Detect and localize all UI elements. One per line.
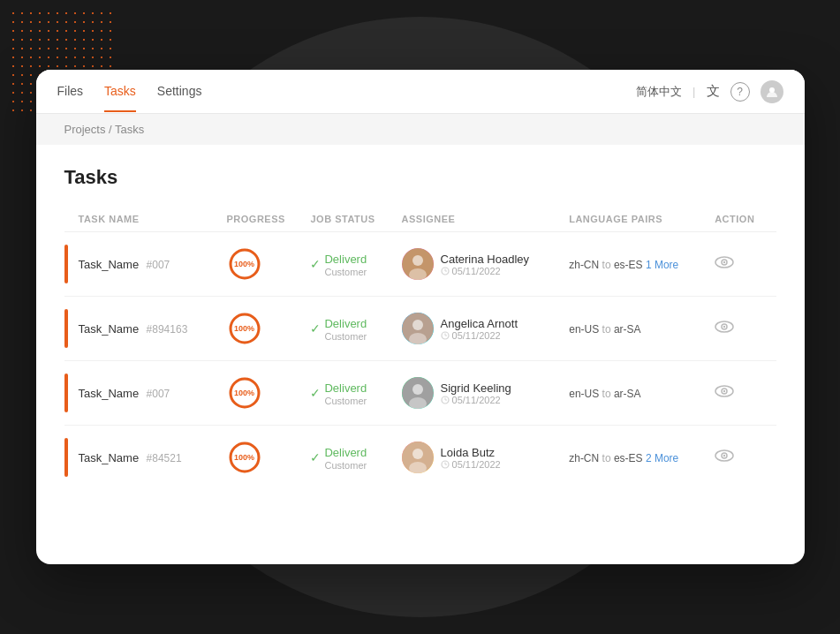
task-name: Task_Name <box>79 387 140 400</box>
lang-pairs-cell: en-US to ar-SA <box>569 361 715 426</box>
progress-cell: 100% <box>227 232 311 297</box>
col-task-name: TASK NAME <box>64 207 227 232</box>
tab-settings[interactable]: Settings <box>157 72 202 112</box>
assignee-name: Caterina Hoadley <box>441 253 529 266</box>
assignee-name: Loida Butz <box>441 446 501 459</box>
task-id: #007 <box>147 388 170 400</box>
status-check-icon: ✓ <box>310 450 321 464</box>
progress-cell: 100% <box>227 297 311 361</box>
view-icon[interactable] <box>715 320 734 334</box>
action-cell[interactable] <box>715 232 776 297</box>
breadcrumb: Projects / Tasks <box>36 114 805 145</box>
view-icon[interactable] <box>715 384 734 398</box>
lang-pairs-cell: en-US to ar-SA <box>569 297 715 361</box>
task-name-cell: Task_Name #84521 <box>64 426 227 490</box>
assignee-cell: Caterina Hoadley 05/11/2022 <box>402 232 570 297</box>
task-name-cell: Task_Name #007 <box>64 361 227 426</box>
svg-point-33 <box>723 390 725 392</box>
row-marker <box>64 438 68 477</box>
assignee-cell: Loida Butz 05/11/2022 <box>402 426 570 490</box>
task-name-cell: Task_Name #007 <box>64 232 227 297</box>
assignee-date: 05/11/2022 <box>441 459 501 470</box>
page-title: Tasks <box>64 166 776 189</box>
lang-from: en-US <box>569 323 599 336</box>
lang-to: ar-SA <box>614 323 641 336</box>
view-icon[interactable] <box>715 255 734 269</box>
col-assignee: ASSIGNEE <box>402 207 570 232</box>
svg-point-11 <box>723 261 725 263</box>
lang-from: zh-CN <box>569 452 599 464</box>
svg-point-37 <box>412 449 423 459</box>
progress-label: 100% <box>234 389 254 397</box>
language-selector[interactable]: 简体中文 <box>636 84 682 100</box>
avatar <box>402 377 434 409</box>
tab-files[interactable]: Files <box>57 72 84 112</box>
status-check-icon: ✓ <box>310 321 321 336</box>
action-cell[interactable] <box>715 297 776 361</box>
avatar <box>402 442 434 473</box>
task-id: #007 <box>147 259 170 271</box>
lang-to: es-ES <box>614 259 643 271</box>
task-name: Task_Name <box>79 258 140 271</box>
lang-to-arrow: to <box>602 452 614 464</box>
assignee-name: Sigrid Keeling <box>441 381 511 395</box>
action-cell[interactable] <box>715 361 776 426</box>
main-content: Tasks TASK NAME PROGRESS JOB STATUS ASSI… <box>36 145 805 517</box>
status-sub: Customer <box>324 267 367 277</box>
progress-circle: 100% <box>227 440 262 475</box>
svg-point-44 <box>723 455 725 457</box>
progress-cell: 100% <box>227 426 311 490</box>
status-sub: Customer <box>324 331 367 342</box>
table-row: Task_Name #007 100% ✓ Deliverd Customer <box>64 361 776 426</box>
row-marker <box>64 245 68 283</box>
status-sub: Customer <box>324 396 367 406</box>
assignee-cell: Angelica Arnott 05/11/2022 <box>402 297 570 361</box>
lang-pairs-cell: zh-CN to es-ES 1 More <box>569 232 715 297</box>
help-icon[interactable]: ? <box>730 82 750 102</box>
job-status-cell: ✓ Deliverd Customer <box>310 232 401 297</box>
svg-point-26 <box>412 384 423 395</box>
svg-point-4 <box>412 255 423 266</box>
lang-icon[interactable]: 文 <box>707 83 720 100</box>
lang-more-link[interactable]: 1 More <box>646 259 678 271</box>
svg-point-15 <box>412 320 423 330</box>
nav-tabs: Files Tasks Settings <box>57 72 637 112</box>
breadcrumb-tasks[interactable]: Tasks <box>115 123 144 136</box>
progress-circle: 100% <box>227 311 262 346</box>
progress-label: 100% <box>234 260 254 268</box>
task-table: TASK NAME PROGRESS JOB STATUS ASSIGNEE L… <box>64 207 776 489</box>
task-name: Task_Name <box>79 451 140 464</box>
user-avatar-icon[interactable] <box>761 80 783 103</box>
table-row: Task_Name #894163 100% ✓ Deliverd Custom… <box>64 297 776 361</box>
assignee-date: 05/11/2022 <box>441 395 511 405</box>
task-id: #84521 <box>147 452 182 464</box>
status-check-icon: ✓ <box>310 257 321 271</box>
job-status-cell: ✓ Deliverd Customer <box>310 426 401 490</box>
status-check-icon: ✓ <box>310 386 321 400</box>
task-name-cell: Task_Name #894163 <box>64 297 227 361</box>
action-cell[interactable] <box>715 426 776 490</box>
lang-from: zh-CN <box>569 259 599 271</box>
nav-bar: Files Tasks Settings 简体中文 | 文 ? <box>36 70 805 114</box>
status-main: Deliverd <box>324 446 367 459</box>
progress-circle: 100% <box>227 375 262 411</box>
col-job-status: JOB STATUS <box>310 207 401 232</box>
assignee-cell: Sigrid Keeling 05/11/2022 <box>402 361 570 426</box>
progress-label: 100% <box>234 453 254 462</box>
tab-tasks[interactable]: Tasks <box>104 72 136 112</box>
assignee-name: Angelica Arnott <box>441 317 518 330</box>
status-sub: Customer <box>324 460 367 471</box>
row-marker <box>64 374 68 412</box>
task-name: Task_Name <box>79 322 140 336</box>
task-id: #894163 <box>147 323 188 336</box>
status-main: Deliverd <box>324 253 367 266</box>
assignee-date: 05/11/2022 <box>441 330 518 341</box>
progress-cell: 100% <box>227 361 311 426</box>
lang-more-link[interactable]: 2 More <box>646 452 678 464</box>
assignee-date: 05/11/2022 <box>441 266 529 276</box>
view-icon[interactable] <box>715 449 734 463</box>
lang-to-arrow: to <box>602 259 614 271</box>
lang-from: en-US <box>569 388 599 400</box>
breadcrumb-projects[interactable]: Projects <box>64 123 106 136</box>
lang-pairs-cell: zh-CN to es-ES 2 More <box>569 426 715 490</box>
